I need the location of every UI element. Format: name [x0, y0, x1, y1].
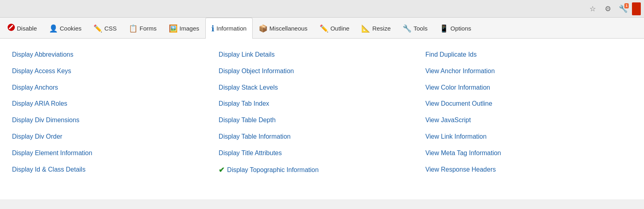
- toolbar-label-resize: Resize: [372, 25, 391, 32]
- gear-button[interactable]: ⚙: [601, 2, 614, 15]
- link-view-color-information[interactable]: View Color Information: [425, 80, 632, 96]
- star-button[interactable]: ☆: [586, 2, 599, 15]
- menu-column-3: Find Duplicate Ids View Anchor Informati…: [425, 47, 632, 179]
- extension-button[interactable]: 🔧 1: [617, 2, 630, 15]
- disable-icon: [8, 24, 15, 33]
- link-display-title-attributes[interactable]: Display Title Attributes: [219, 145, 425, 162]
- link-display-div-order[interactable]: Display Div Order: [12, 129, 219, 145]
- toolbar-label-disable: Disable: [17, 25, 37, 32]
- link-view-link-information[interactable]: View Link Information: [425, 129, 632, 145]
- link-display-id-class-details[interactable]: Display Id & Class Details: [12, 162, 219, 178]
- link-view-anchor-information[interactable]: View Anchor Information: [425, 63, 632, 80]
- toolbar-label-miscellaneous: Miscellaneous: [269, 25, 308, 32]
- images-icon: 🖼️: [169, 24, 178, 33]
- cookies-icon: 👤: [49, 24, 58, 33]
- link-display-div-dimensions[interactable]: Display Div Dimensions: [12, 112, 219, 129]
- link-view-meta-tag-information[interactable]: View Meta Tag Information: [425, 145, 632, 162]
- toolbar-item-options[interactable]: 📱 Options: [433, 18, 477, 39]
- information-icon: ℹ: [211, 24, 215, 33]
- menu-column-1: Display Abbreviations Display Access Key…: [12, 47, 219, 179]
- star-icon: ☆: [589, 4, 596, 13]
- outline-icon: ✏️: [320, 24, 328, 33]
- link-display-topographic-information[interactable]: ✔ Display Topographic Information: [219, 162, 425, 179]
- miscellaneous-icon: 📦: [259, 24, 267, 33]
- link-display-stack-levels[interactable]: Display Stack Levels: [219, 80, 425, 96]
- toolbar-item-outline[interactable]: ✏️ Outline: [314, 18, 356, 39]
- link-find-duplicate-ids[interactable]: Find Duplicate Ids: [425, 47, 632, 63]
- toolbar-item-tools[interactable]: 🔧 Tools: [397, 18, 433, 39]
- gear-icon: ⚙: [605, 4, 611, 13]
- link-display-access-keys[interactable]: Display Access Keys: [12, 63, 219, 80]
- toolbar-label-outline: Outline: [330, 25, 350, 32]
- toolbar-label-images: Images: [180, 25, 199, 32]
- link-display-object-information[interactable]: Display Object Information: [219, 63, 425, 80]
- toolbar-label-css: CSS: [104, 25, 117, 32]
- extension-badge: 1: [624, 3, 629, 8]
- toolbar-item-miscellaneous[interactable]: 📦 Miscellaneous: [253, 18, 314, 39]
- toolbar-item-cookies[interactable]: 👤 Cookies: [43, 18, 87, 39]
- link-view-document-outline[interactable]: View Document Outline: [425, 96, 632, 112]
- link-display-element-information[interactable]: Display Element Information: [12, 145, 219, 162]
- toolbar-item-disable[interactable]: Disable: [2, 18, 43, 39]
- tools-icon: 🔧: [403, 24, 411, 33]
- link-display-anchors[interactable]: Display Anchors: [12, 80, 219, 96]
- menu-column-2: Display Link Details Display Object Info…: [219, 47, 425, 179]
- link-display-table-information[interactable]: Display Table Information: [219, 129, 425, 145]
- red-button[interactable]: [632, 2, 641, 15]
- toolbar-item-forms[interactable]: 📋 Forms: [123, 18, 163, 39]
- link-display-abbreviations[interactable]: Display Abbreviations: [12, 47, 219, 63]
- link-view-response-headers[interactable]: View Response Headers: [425, 162, 632, 178]
- resize-icon: 📐: [361, 24, 370, 33]
- toolbar-item-resize[interactable]: 📐 Resize: [355, 18, 397, 39]
- toolbar-label-cookies: Cookies: [60, 25, 81, 32]
- forms-icon: 📋: [129, 24, 138, 33]
- toolbar-label-forms: Forms: [140, 25, 157, 32]
- check-icon: ✔: [219, 166, 225, 175]
- toolbar-label-options: Options: [450, 25, 471, 32]
- toolbar-label-tools: Tools: [413, 25, 427, 32]
- options-icon: 📱: [439, 24, 448, 33]
- css-icon: ✏️: [93, 24, 102, 33]
- toolbar-label-information: Information: [217, 25, 247, 32]
- link-display-aria-roles[interactable]: Display ARIA Roles: [12, 96, 219, 112]
- link-display-link-details[interactable]: Display Link Details: [219, 47, 425, 63]
- link-display-tab-index[interactable]: Display Tab Index: [219, 96, 425, 112]
- link-display-table-depth[interactable]: Display Table Depth: [219, 112, 425, 129]
- toolbar-item-information[interactable]: ℹ Information: [205, 18, 253, 39]
- toolbar-item-css[interactable]: ✏️ CSS: [87, 18, 123, 39]
- menu-grid: Display Abbreviations Display Access Key…: [12, 47, 632, 179]
- chrome-top-bar: ☆ ⚙ 🔧 1: [0, 0, 644, 18]
- toolbar: Disable 👤 Cookies ✏️ CSS 📋 Forms 🖼️ Imag…: [0, 18, 644, 39]
- link-view-javascript[interactable]: View JavaScript: [425, 112, 632, 129]
- main-content: Display Abbreviations Display Access Key…: [0, 39, 644, 199]
- toolbar-item-images[interactable]: 🖼️ Images: [163, 18, 205, 39]
